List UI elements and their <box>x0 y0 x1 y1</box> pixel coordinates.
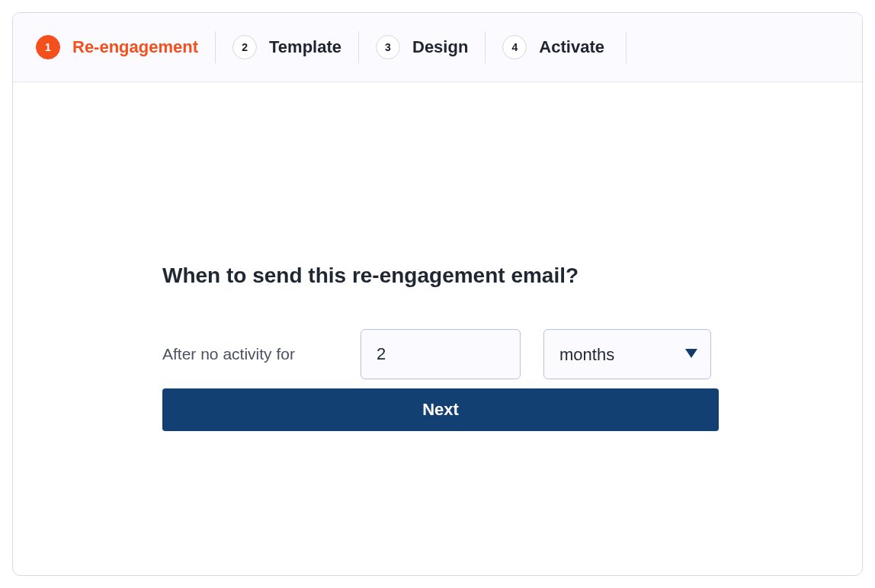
step-divider <box>358 31 359 63</box>
step-label: Design <box>412 37 468 57</box>
step-number-badge: 1 <box>36 35 60 59</box>
inactivity-label: After no activity for <box>162 345 338 363</box>
content-area: When to send this re-engagement email? A… <box>13 82 862 431</box>
step-label: Template <box>269 37 341 57</box>
step-re-engagement[interactable]: 1 Re-engagement <box>36 35 198 59</box>
step-divider <box>215 31 216 63</box>
unit-select-wrap: months <box>543 329 711 379</box>
step-divider <box>626 31 627 63</box>
unit-select[interactable]: months <box>543 329 711 379</box>
step-activate[interactable]: 4 Activate <box>502 35 604 59</box>
stepper: 1 Re-engagement 2 Template 3 Design 4 Ac… <box>13 13 862 82</box>
page-heading: When to send this re-engagement email? <box>162 264 713 288</box>
step-label: Re-engagement <box>72 37 198 57</box>
step-number-badge: 4 <box>502 35 527 59</box>
step-label: Activate <box>539 37 604 57</box>
next-button[interactable]: Next <box>162 388 719 431</box>
step-divider <box>485 31 486 63</box>
step-template[interactable]: 2 Template <box>232 35 341 59</box>
step-number-badge: 3 <box>376 35 400 59</box>
wizard-card: 1 Re-engagement 2 Template 3 Design 4 Ac… <box>12 12 863 576</box>
step-design[interactable]: 3 Design <box>376 35 468 59</box>
step-number-badge: 2 <box>232 35 257 59</box>
duration-input[interactable] <box>361 329 521 379</box>
inactivity-form-row: After no activity for months <box>162 329 713 379</box>
